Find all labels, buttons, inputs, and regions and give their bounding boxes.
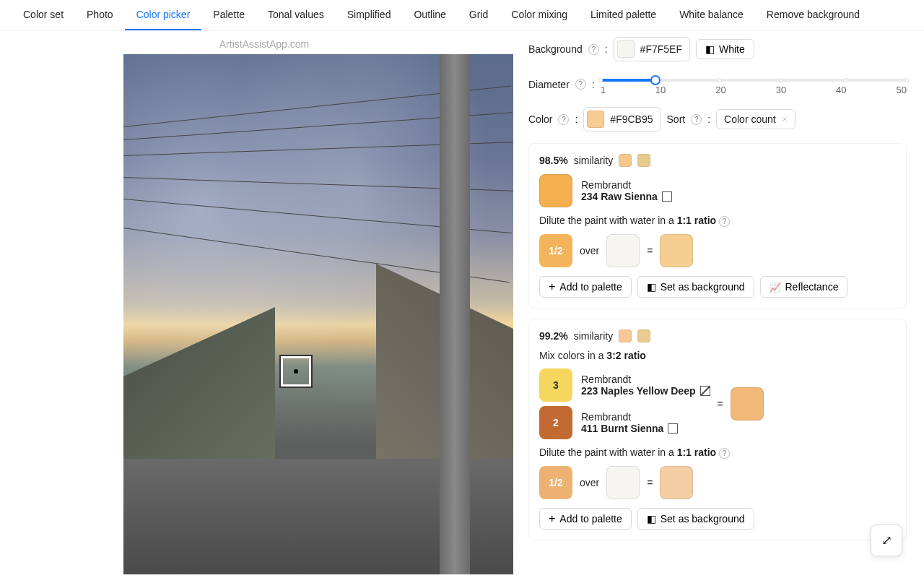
over-swatch bbox=[606, 466, 640, 499]
background-label: Background bbox=[528, 43, 583, 55]
help-icon[interactable]: ? bbox=[719, 448, 730, 459]
tab-palette[interactable]: Palette bbox=[201, 0, 256, 30]
tab-photo[interactable]: Photo bbox=[75, 0, 125, 30]
watermark: ArtistAssistApp.com bbox=[219, 38, 309, 50]
checkbox-icon[interactable] bbox=[668, 423, 678, 434]
format-painter-icon bbox=[705, 43, 715, 55]
tabs: Color set Photo Color picker Palette Ton… bbox=[0, 0, 924, 31]
tab-white-balance[interactable]: White balance bbox=[668, 0, 755, 30]
diameter-row: Diameter ? : 1 10 20 30 bbox=[528, 73, 907, 95]
tab-limited-palette[interactable]: Limited palette bbox=[579, 0, 668, 30]
part-swatch: 3 bbox=[539, 368, 572, 402]
tab-grid[interactable]: Grid bbox=[458, 0, 500, 30]
similarity-label: similarity bbox=[574, 155, 613, 166]
paint-brand: Rembrandt bbox=[581, 411, 678, 423]
tab-color-picker[interactable]: Color picker bbox=[125, 0, 202, 30]
help-icon[interactable]: ? bbox=[575, 79, 586, 90]
target-swatch bbox=[619, 329, 632, 342]
plus-icon bbox=[549, 512, 555, 525]
format-painter-icon bbox=[647, 281, 656, 293]
dilute-text: Dilute the paint with water in a 1:1 rat… bbox=[539, 215, 896, 227]
match-swatch bbox=[637, 154, 650, 167]
reflectance-button[interactable]: Reflectance bbox=[760, 276, 848, 298]
tab-simplified[interactable]: Simplified bbox=[336, 0, 403, 30]
similarity-value: 98.5% bbox=[539, 155, 568, 166]
similarity-value: 99.2% bbox=[539, 330, 568, 342]
add-to-palette-button[interactable]: Add to palette bbox=[539, 276, 632, 298]
photo-canvas[interactable] bbox=[123, 54, 513, 574]
set-as-background-button[interactable]: Set as background bbox=[637, 508, 754, 530]
fraction-swatch: 1/2 bbox=[539, 466, 572, 499]
picker-box[interactable] bbox=[281, 356, 311, 387]
help-icon[interactable]: ? bbox=[719, 216, 730, 227]
add-to-palette-button[interactable]: Add to palette bbox=[539, 508, 632, 530]
line-chart-icon bbox=[770, 281, 781, 293]
picker-dot bbox=[294, 369, 298, 374]
tab-tonal-values[interactable]: Tonal values bbox=[256, 0, 336, 30]
plus-icon bbox=[549, 280, 555, 293]
color-sort-row: Color ? : #F9CB95 Sort ? : Color count bbox=[528, 107, 907, 131]
tab-outline[interactable]: Outline bbox=[402, 0, 457, 30]
paint-name: 411 Burnt Sienna bbox=[581, 423, 663, 434]
sort-label: Sort bbox=[667, 113, 686, 125]
white-button[interactable]: White bbox=[696, 39, 754, 59]
dilute-equation: 1/2 over = bbox=[539, 234, 896, 267]
paint-card: 99.2% similarity Mix colors in a 3:2 rat… bbox=[528, 319, 907, 540]
slider-thumb[interactable] bbox=[650, 75, 661, 85]
compress-icon: ⤢ bbox=[881, 532, 892, 548]
paint-brand: Rembrandt bbox=[581, 374, 710, 385]
compress-button[interactable]: ⤢ bbox=[871, 525, 902, 556]
paint-name: 234 Raw Sienna bbox=[581, 191, 658, 202]
color-input[interactable]: #F9CB95 bbox=[583, 107, 661, 131]
checkbox-icon[interactable] bbox=[662, 191, 672, 202]
match-swatch bbox=[637, 329, 650, 342]
color-swatch bbox=[587, 111, 604, 128]
diameter-label: Diameter bbox=[528, 79, 570, 90]
target-swatch bbox=[619, 154, 632, 167]
mix-result-swatch bbox=[731, 387, 764, 420]
set-as-background-button[interactable]: Set as background bbox=[637, 276, 754, 298]
tab-color-mixing[interactable]: Color mixing bbox=[500, 0, 579, 30]
result-swatch bbox=[660, 466, 693, 499]
format-painter-icon bbox=[647, 513, 656, 525]
dilute-text: Dilute the paint with water in a 1:1 rat… bbox=[539, 447, 896, 459]
mix-text: Mix colors in a 3:2 ratio bbox=[539, 350, 896, 361]
background-input[interactable]: #F7F5EF bbox=[614, 37, 690, 61]
background-hex: #F7F5EF bbox=[640, 43, 682, 55]
over-swatch bbox=[606, 234, 640, 267]
checkbox-icon[interactable] bbox=[700, 386, 710, 396]
sort-select[interactable]: Color count bbox=[716, 109, 796, 129]
color-hex: #F9CB95 bbox=[610, 113, 653, 125]
tab-color-set[interactable]: Color set bbox=[12, 0, 75, 30]
fraction-swatch: 1/2 bbox=[539, 234, 572, 267]
background-row: Background ? : #F7F5EF White bbox=[528, 37, 907, 61]
background-swatch bbox=[617, 40, 635, 58]
dilute-equation: 1/2 over = bbox=[539, 466, 896, 499]
help-icon[interactable]: ? bbox=[558, 114, 569, 125]
color-label: Color bbox=[528, 113, 552, 125]
mix-row: 3 Rembrandt 223 Naples Yellow Deep 2 Rem… bbox=[539, 368, 896, 439]
help-icon[interactable]: ? bbox=[588, 44, 599, 55]
help-icon[interactable]: ? bbox=[691, 114, 702, 125]
tab-remove-background[interactable]: Remove background bbox=[755, 0, 871, 30]
paint-brand: Rembrandt bbox=[581, 179, 672, 191]
similarity-label: similarity bbox=[574, 330, 613, 342]
paint-name: 223 Naples Yellow Deep bbox=[581, 385, 696, 397]
paint-card: 98.5% similarity Rembrandt 234 Raw Sienn… bbox=[528, 143, 907, 309]
part-swatch: 2 bbox=[539, 406, 572, 439]
result-swatch bbox=[660, 234, 693, 267]
paint-swatch bbox=[539, 174, 572, 207]
diameter-slider[interactable]: 1 10 20 30 40 50 bbox=[601, 73, 907, 95]
